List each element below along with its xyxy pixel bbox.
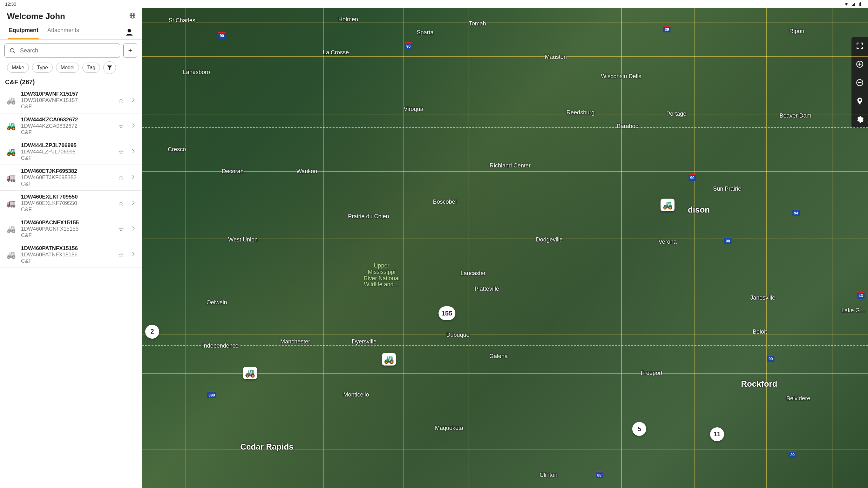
cluster-marker[interactable]: 11	[710, 427, 724, 441]
star-icon[interactable]: ☆	[117, 224, 125, 234]
svg-rect-0	[860, 3, 861, 6]
city-label: Richland Center	[490, 162, 531, 169]
city-label: Ripon	[789, 28, 804, 35]
list-item[interactable]: 🚜1DW444KZCA06326721DW444KZCA0632672C&F☆	[0, 114, 142, 139]
city-label: Holmen	[338, 16, 358, 23]
filter-chip-model[interactable]: Model	[56, 63, 80, 73]
cluster-marker[interactable]: 2	[145, 325, 159, 339]
equipment-icon: 🚜	[5, 96, 17, 105]
status-time: 12:30	[5, 2, 16, 7]
equipment-name: 1DW460PACNFX15155	[21, 219, 113, 226]
road-line	[549, 8, 549, 488]
equipment-icon: 🚛	[5, 173, 17, 182]
city-label: Belvidere	[786, 395, 810, 402]
chevron-right-icon[interactable]	[129, 199, 137, 208]
list-item[interactable]: 🚜1DW460PACNFX151551DW460PACNFX15155C&F☆	[0, 216, 142, 242]
highway-shield: 90	[688, 174, 696, 181]
city-label: Beloit	[753, 328, 767, 335]
chevron-right-icon[interactable]	[129, 96, 137, 105]
globe-icon[interactable]	[129, 12, 136, 19]
equipment-serial: 1DW444KZCA0632672	[21, 123, 113, 129]
road-line	[142, 56, 868, 57]
state-line	[142, 345, 868, 346]
svg-rect-1	[860, 2, 861, 3]
highway-shield: 88	[596, 471, 603, 478]
chevron-right-icon[interactable]	[129, 250, 137, 260]
equipment-icon: 🚜	[5, 250, 17, 260]
equipment-marker[interactable]: 🚜	[660, 199, 675, 211]
map-controls	[851, 37, 868, 128]
item-text: 1DW460ETJKF6953821DW460ETJKF695382C&F	[21, 168, 113, 187]
search-input[interactable]	[20, 47, 115, 54]
chevron-right-icon[interactable]	[129, 173, 137, 182]
location-pin-icon	[856, 97, 864, 105]
road-line	[469, 8, 469, 488]
fullscreen-icon	[856, 41, 864, 50]
equipment-name: 1DW444KZCA0632672	[21, 117, 113, 123]
zoom-out-button[interactable]	[854, 76, 866, 89]
chevron-right-icon[interactable]	[129, 121, 137, 131]
equipment-marker[interactable]: 🚜	[382, 353, 396, 366]
star-icon[interactable]: ☆	[117, 173, 125, 183]
filter-chip-type[interactable]: Type	[32, 63, 53, 73]
star-icon[interactable]: ☆	[117, 121, 125, 131]
city-label: dison	[688, 205, 710, 215]
list-item[interactable]: 🚜1DW460PATNFX151561DW460PATNFX15156C&F☆	[0, 242, 142, 268]
star-icon[interactable]: ☆	[117, 147, 125, 157]
map[interactable]: St CharlesHolmenTomahRiponSpartaLa Cross…	[142, 8, 868, 488]
highway-shield: 90	[405, 42, 412, 49]
cluster-marker[interactable]: 155	[438, 306, 455, 320]
item-text: 1DW460PACNFX151551DW460PACNFX15155C&F	[21, 219, 113, 239]
filter-chip-make[interactable]: Make	[7, 63, 29, 73]
city-label: Cresco	[168, 146, 186, 152]
search-input-container[interactable]	[4, 43, 120, 58]
equipment-marker[interactable]: 🚜	[243, 367, 257, 379]
status-bar: 12:30	[0, 0, 868, 8]
list-item[interactable]: 🚜1DW310PAVNFX151571DW310PAVNFX15157C&F☆	[0, 88, 142, 114]
state-line	[142, 127, 868, 128]
fullscreen-button[interactable]	[854, 39, 866, 52]
equipment-name: 1DW460EXLKF709550	[21, 194, 113, 200]
list-item[interactable]: 🚛1DW460EXLKF7095501DW460EXLKF709550C&F☆	[0, 191, 142, 216]
locate-button[interactable]	[854, 95, 866, 108]
star-icon[interactable]: ☆	[117, 250, 125, 260]
filter-chip-tag[interactable]: Tag	[82, 63, 100, 73]
tab-attachments[interactable]: Attachments	[47, 25, 80, 39]
svg-point-6	[10, 48, 14, 52]
cluster-marker[interactable]: 5	[632, 422, 646, 436]
highway-shield: 39	[663, 25, 671, 32]
filter-chips: Make Type Model Tag	[0, 61, 142, 78]
star-icon[interactable]: ☆	[117, 198, 125, 208]
chevron-right-icon[interactable]	[129, 224, 137, 234]
item-text: 1DW444KZCA06326721DW444KZCA0632672C&F	[21, 117, 113, 136]
equipment-name: 1DW444LZPJL706995	[21, 142, 113, 149]
plus-icon	[856, 60, 864, 68]
equipment-icon: 🚜	[5, 121, 17, 131]
profile-icon[interactable]	[125, 28, 133, 36]
equipment-list[interactable]: 🚜1DW310PAVNFX151571DW310PAVNFX15157C&F☆🚜…	[0, 88, 142, 488]
equipment-serial: 1DW310PAVNFX15157	[21, 97, 113, 103]
list-item[interactable]: 🚛1DW460ETJKF6953821DW460ETJKF695382C&F☆	[0, 165, 142, 191]
search-icon	[9, 47, 16, 54]
map-settings-button[interactable]	[854, 113, 866, 126]
battery-icon	[858, 2, 863, 6]
zoom-in-button[interactable]	[854, 58, 866, 70]
add-button[interactable]: +	[123, 43, 137, 58]
cell-signal-icon	[851, 2, 856, 6]
road-line	[832, 8, 832, 488]
chevron-right-icon[interactable]	[129, 147, 137, 157]
road-line	[142, 335, 868, 335]
star-icon[interactable]: ☆	[117, 95, 125, 105]
road-line	[142, 450, 868, 450]
city-label: West Union	[228, 236, 258, 243]
equipment-serial: 1DW460PATNFX15156	[21, 252, 113, 258]
road-line	[186, 8, 186, 488]
list-item[interactable]: 🚜1DW444LZPJL7069951DW444LZPJL706995C&F☆	[0, 139, 142, 165]
equipment-name: 1DW460PATNFX15156	[21, 245, 113, 252]
filter-button[interactable]	[103, 61, 116, 74]
tab-equipment[interactable]: Equipment	[8, 25, 39, 39]
city-label: Sun Prairie	[713, 185, 741, 192]
highway-shield: 380	[207, 391, 216, 398]
equipment-name: 1DW460ETJKF695382	[21, 168, 113, 175]
road-line	[694, 8, 694, 488]
